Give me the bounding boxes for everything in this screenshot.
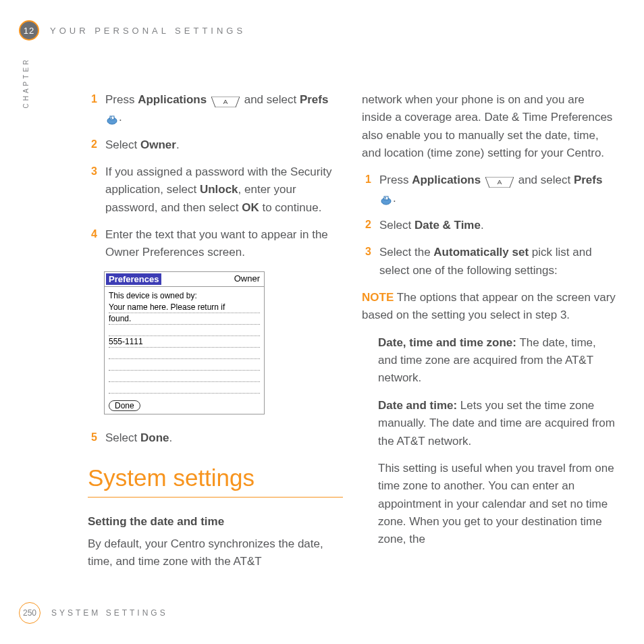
footer-title: SYSTEM SETTINGS [51,608,168,618]
chapter-label-vertical: CHAPTER [22,57,30,109]
screenshot-line [109,348,260,359]
text: . [119,111,122,124]
screenshot-line: 555-1111 [109,336,260,348]
step-3: 3 Select the Automatically set pick list… [362,244,617,279]
page-header: 12 YOUR PERSONAL SETTINGS [19,20,246,41]
text: and select [244,93,300,106]
bold: Applications [138,93,207,106]
text: Select [105,138,140,151]
subsection-heading: Setting the date and time [88,515,343,529]
prefs-icon [380,193,392,204]
svg-marker-5 [485,177,514,188]
svg-rect-9 [385,198,386,199]
left-column: 1 Press Applications and select Prefs . … [88,91,343,590]
step-2: 2 Select Date & Time. [362,217,617,234]
text: Select [379,219,414,232]
bold: Applications [412,173,481,186]
applications-key-icon [211,95,240,106]
step-number: 1 [362,171,371,207]
text: . [393,192,396,205]
screenshot-line [109,382,260,394]
svg-marker-0 [211,97,240,107]
step-number: 3 [362,244,371,279]
right-column: network when your phone is on and you ar… [362,91,617,590]
option-label: Date, time and time zone: [378,336,516,349]
step-2: 2 Select Owner. [88,136,343,154]
step-4: 4 Enter the text that you want to appear… [88,226,343,262]
note-label: NOTE [362,291,394,304]
step-number: 3 [88,163,97,217]
screenshot-done-button: Done [109,400,140,411]
page-footer: 250 SYSTEM SETTINGS [19,602,168,624]
bold: Unlock [200,183,238,196]
option-1: Date, time and time zone: The date, time… [378,334,617,387]
text: Press [105,93,138,106]
bold: Automatically set [433,246,529,259]
step-5: 5 Select Done. [88,429,343,447]
applications-key-icon [485,176,514,186]
screenshot-line: found. [109,313,260,325]
text: Press [379,173,412,186]
bold: Owner [140,138,176,151]
step-number: 2 [88,136,97,154]
step-number: 4 [88,226,97,262]
text: and select [518,173,574,186]
note-text: The options that appear on the screen va… [362,291,616,321]
screenshot-title-right: Owner [234,273,260,285]
screenshot-line [109,359,260,371]
bold: Done [140,431,169,444]
step-1: 1 Press Applications and select Prefs . [362,171,617,207]
header-title: YOUR PERSONAL SETTINGS [50,26,246,36]
screenshot-label: This device is owned by: [109,291,260,300]
text: . [481,219,484,232]
note: NOTE The options that appear on the scre… [362,289,617,325]
screenshot-title-left: Preferences [106,273,161,285]
text: Select [105,431,140,444]
svg-rect-2 [110,116,114,119]
paragraph: By default, your Centro synchronizes the… [88,535,343,571]
option-3: This setting is useful when you travel f… [378,460,617,549]
text: Enter the text that you want to appear i… [105,226,343,262]
step-3: 3 If you assigned a password with the Se… [88,163,343,217]
bold: Prefs [574,173,603,186]
svg-rect-4 [111,118,112,119]
option-label: Date and time: [378,399,457,412]
step-number: 5 [88,429,97,447]
screenshot-line [109,325,260,336]
section-heading: System settings [88,464,343,498]
svg-rect-7 [384,196,388,200]
chapter-number-badge: 12 [19,20,39,41]
paragraph: network when your phone is on and you ar… [362,91,617,162]
text: . [169,431,172,444]
text: . [176,138,180,151]
bold: Date & Time [414,219,481,232]
page-number-badge: 250 [19,602,41,624]
bold: Prefs [300,93,329,106]
step-number: 1 [88,91,97,127]
bold: OK [242,201,259,214]
text: Select the [379,246,433,259]
screenshot-line: Your name here. Please return if [109,302,260,313]
text: to continue. [259,201,322,214]
svg-rect-8 [385,197,386,198]
preferences-screenshot: Preferences Owner This device is owned b… [104,271,265,414]
step-number: 2 [362,217,371,234]
option-2: Date and time: Lets you set the time zon… [378,397,617,450]
svg-rect-3 [111,117,112,117]
step-1: 1 Press Applications and select Prefs . [88,91,343,127]
prefs-icon [106,113,118,124]
screenshot-line [109,371,260,382]
